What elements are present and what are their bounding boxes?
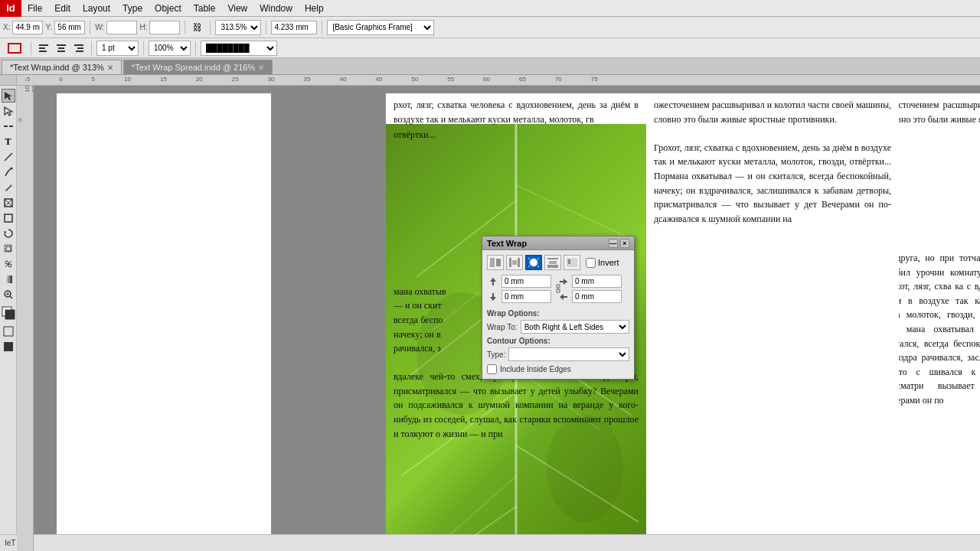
direct-selection-tool[interactable]	[2, 104, 15, 118]
scale-tool[interactable]	[2, 242, 15, 256]
top-offset-input[interactable]	[501, 275, 551, 288]
menu-layout[interactable]: Layout	[77, 0, 116, 17]
bottom-offset-input[interactable]	[501, 290, 551, 303]
wrap-mode-next-column[interactable]	[564, 255, 580, 270]
h-input[interactable]	[149, 21, 180, 34]
align-left-btn[interactable]	[36, 41, 51, 56]
contour-options-label: Contour Options:	[487, 337, 629, 345]
wrap-mode-jump[interactable]	[544, 255, 561, 270]
menu-edit[interactable]: Edit	[48, 0, 77, 17]
w-label: W:	[95, 23, 104, 31]
x-input[interactable]	[12, 21, 43, 34]
menu-object[interactable]: Object	[149, 0, 188, 17]
wrap-options-label: Wrap Options:	[487, 309, 629, 318]
right-col-text: ожесточением расшвыривал и колотил части…	[646, 93, 899, 230]
tab-textwrap-close[interactable]: ✕	[107, 64, 113, 72]
toolbar-1: X: Y: W: H: ⛓ 313.5% 216% 100% [Basic Gr…	[0, 17, 980, 38]
panel-close-btn[interactable]: ×	[620, 239, 629, 248]
include-inside-edges-checkbox[interactable]	[487, 364, 497, 374]
chain-link-icon[interactable]	[552, 282, 564, 296]
menu-window[interactable]: Window	[253, 0, 299, 17]
main-area: T	[0, 86, 980, 551]
zoom-select2[interactable]: 100%	[149, 41, 191, 56]
svg-rect-9	[76, 51, 83, 52]
rectangle-frame-tool[interactable]	[2, 196, 15, 210]
pen-tool[interactable]	[2, 165, 15, 179]
type-tool[interactable]: T	[2, 135, 15, 148]
tab-textwrap-spread-close[interactable]: ✕	[258, 64, 264, 72]
stroke-weight-select[interactable]: 1 pt	[96, 41, 139, 56]
wrap-to-select[interactable]: Both Right & Left Sides Right Side Left …	[521, 320, 629, 334]
line-tool[interactable]	[2, 150, 15, 164]
invert-label[interactable]: Invert	[598, 258, 619, 267]
left-toolbar: T	[0, 86, 17, 551]
wrap-mode-contour[interactable]	[525, 255, 542, 270]
contour-type-row: Type: Bounding Box Detect Edges Alpha Ch…	[487, 347, 629, 361]
x-label: X:	[3, 23, 10, 31]
svg-rect-5	[58, 47, 64, 49]
stroke-color-btn[interactable]	[3, 41, 26, 56]
text-paragraph-1: рхот, лязг, схватка чело­ве­ка с вдохнов…	[394, 98, 639, 126]
dimension-input[interactable]	[271, 21, 317, 34]
textwrap-title-bar[interactable]: Text Wrap — ×	[482, 236, 634, 250]
normal-mode-btn[interactable]	[2, 324, 15, 338]
sep4	[266, 21, 266, 34]
left-offset-input[interactable]	[572, 290, 622, 303]
svg-rect-30	[4, 327, 13, 336]
y-label: Y:	[45, 23, 52, 31]
gradient-tool[interactable]	[2, 272, 15, 286]
svg-rect-8	[77, 47, 83, 49]
zoom-select[interactable]: 313.5% 216% 100%	[215, 20, 261, 35]
rotate-tool[interactable]	[2, 227, 15, 240]
svg-rect-2	[39, 47, 45, 49]
fill-color-select[interactable]: ████████	[201, 41, 277, 56]
menu-view[interactable]: View	[221, 0, 253, 17]
align-center-btn[interactable]	[54, 41, 69, 56]
menu-type[interactable]: Type	[116, 0, 149, 17]
fill-stroke-indicator	[2, 306, 15, 323]
sep5	[322, 21, 322, 34]
svg-point-20	[5, 261, 8, 264]
sep1	[90, 21, 90, 34]
svg-rect-47	[490, 258, 495, 267]
svg-rect-6	[57, 51, 65, 52]
constrain-proportions-btn[interactable]: ⛓	[190, 20, 205, 35]
y-input[interactable]	[54, 21, 85, 34]
wrap-mode-none[interactable]	[487, 255, 504, 270]
frame-type-select[interactable]: [Basic Graphics Frame]	[327, 20, 434, 35]
wrap-mode-bounding[interactable]	[506, 255, 523, 270]
svg-line-12	[5, 153, 12, 161]
textwrap-title-label: Text Wrap	[487, 239, 527, 248]
rectangle-tool[interactable]	[2, 211, 15, 225]
tab-textwrap-spread-label: *Text Wrap Spread.indd @ 216%	[132, 63, 255, 72]
svg-point-13	[10, 168, 12, 170]
gap-tool[interactable]	[2, 119, 15, 133]
contour-type-select[interactable]: Bounding Box Detect Edges Alpha Channel	[508, 347, 629, 361]
canvas-background[interactable]: рхот, лязг, схватка чело­ве­ка с вдохнов…	[34, 86, 980, 551]
sep8	[143, 41, 144, 55]
tab-textwrap-spread[interactable]: *Text Wrap Spread.indd @ 216% ✕	[123, 60, 273, 74]
menu-table[interactable]: Table	[188, 0, 222, 17]
selection-tool[interactable]	[2, 89, 15, 103]
right-offset-input[interactable]	[572, 275, 622, 288]
zoom-tool[interactable]	[2, 288, 15, 302]
tab-textwrap[interactable]: *Text Wrap.indd @ 313% ✕	[2, 60, 122, 74]
w-input[interactable]	[106, 21, 137, 34]
align-right-btn[interactable]	[71, 41, 87, 56]
svg-rect-23	[5, 276, 12, 283]
panel-minimize-btn[interactable]: —	[609, 239, 618, 248]
include-inside-edges-label[interactable]: Include Inside Edges	[500, 365, 571, 373]
preview-mode-btn[interactable]	[2, 340, 15, 354]
menu-file[interactable]: File	[21, 0, 48, 17]
top-arrow-icon	[487, 277, 499, 286]
invert-checkbox[interactable]	[586, 258, 596, 268]
pencil-tool[interactable]	[2, 181, 15, 194]
bottom-arrow-icon	[487, 292, 499, 302]
wrap-mode-row: Invert	[487, 255, 629, 270]
svg-rect-17	[5, 214, 12, 222]
svg-line-44	[447, 476, 516, 537]
page-right-column: ожесточением расшвыривал и колотил части…	[646, 93, 899, 551]
menu-help[interactable]: Help	[299, 0, 330, 17]
scissors-tool[interactable]	[2, 257, 15, 271]
svg-point-21	[8, 264, 11, 267]
